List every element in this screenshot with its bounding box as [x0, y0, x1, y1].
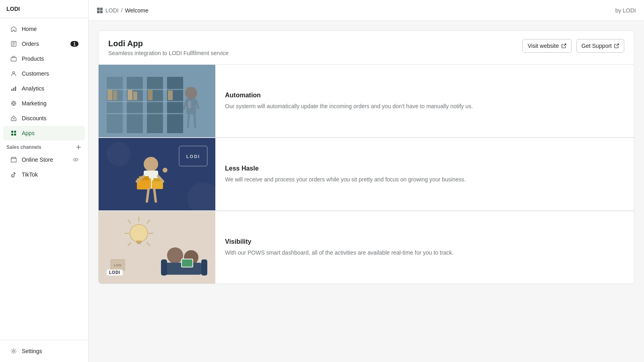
svg-rect-34 [127, 77, 143, 133]
sidebar-item-marketing[interactable]: Marketing [3, 96, 85, 111]
sidebar-item-home[interactable]: Home [3, 22, 85, 36]
svg-rect-36 [167, 77, 183, 133]
feature-desc-less-hasle: We will receive and process your orders … [225, 175, 466, 184]
feature-image-automation: LODI [99, 65, 215, 137]
orders-badge: 1 [70, 41, 78, 47]
svg-rect-6 [11, 89, 12, 91]
orders-icon [10, 40, 18, 48]
sidebar-item-apps[interactable]: Apps [3, 126, 85, 140]
get-support-button[interactable]: Get Support [576, 39, 625, 53]
sidebar: LODI Home Orders 1 [0, 0, 89, 362]
breadcrumb-icon [97, 7, 103, 14]
app-actions: Visit website Get Support [522, 39, 624, 53]
home-icon [10, 25, 18, 33]
svg-rect-40 [107, 90, 112, 100]
apps-icon [10, 129, 18, 137]
sidebar-item-analytics[interactable]: Analytics [3, 81, 85, 96]
svg-point-70 [130, 224, 148, 242]
svg-rect-18 [11, 131, 13, 133]
svg-rect-41 [113, 91, 117, 100]
svg-rect-7 [13, 88, 14, 91]
svg-rect-20 [11, 134, 13, 136]
svg-rect-28 [97, 8, 100, 10]
app-info: Lodi App Seamless integration to LODI Fu… [108, 39, 229, 56]
topbar-by-label: by LODI [615, 7, 636, 14]
app-title: Lodi App [108, 39, 229, 48]
sidebar-footer: Settings [0, 340, 88, 362]
svg-rect-43 [133, 92, 137, 100]
main-content: LODI / Welcome by LODI Lodi App Seamless… [89, 0, 644, 362]
sales-channels-section: Sales channels [0, 141, 88, 152]
products-icon [10, 55, 18, 63]
svg-rect-45 [168, 90, 173, 100]
svg-point-56 [144, 157, 158, 171]
discounts-icon [10, 114, 18, 122]
sidebar-item-online-store[interactable]: Online Store [3, 152, 85, 167]
delivery-illustration: LODI [99, 138, 215, 210]
svg-point-27 [13, 350, 15, 352]
svg-rect-35 [147, 77, 163, 133]
feature-desc-visibility: With our POWS smart dashboard, all of th… [225, 249, 454, 257]
feature-image-less-hasle: LODI LODI [99, 138, 215, 210]
svg-line-64 [147, 189, 149, 202]
svg-rect-21 [14, 134, 16, 136]
sidebar-item-customers[interactable]: Customers [3, 66, 85, 81]
sidebar-item-tiktok[interactable]: TikTok [3, 167, 85, 182]
svg-point-67 [107, 142, 131, 166]
feature-title-automation: Automation [225, 92, 473, 99]
feature-title-visibility: Visibility [225, 238, 454, 245]
svg-rect-37 [107, 89, 183, 90]
svg-line-52 [194, 114, 195, 127]
breadcrumb-current: Welcome [125, 7, 149, 14]
svg-rect-88 [182, 259, 192, 267]
svg-rect-86 [201, 259, 207, 276]
svg-point-26 [75, 159, 76, 160]
svg-line-51 [188, 114, 189, 127]
svg-rect-30 [97, 10, 100, 13]
warehouse-illustration [99, 65, 215, 137]
content-area: Lodi App Seamless integration to LODI Fu… [89, 21, 644, 362]
feature-desc-automation: Our systerm will automatically update th… [225, 102, 473, 111]
svg-text:LODI: LODI [186, 154, 200, 159]
sidebar-item-products[interactable]: Products [3, 51, 85, 66]
sidebar-store-name: LODI [0, 0, 88, 18]
visit-website-button[interactable]: Visit website [522, 39, 572, 53]
svg-rect-4 [11, 58, 17, 61]
breadcrumb-store: LODI [105, 7, 119, 14]
svg-rect-8 [15, 86, 16, 91]
svg-point-82 [167, 247, 183, 263]
svg-point-5 [13, 72, 15, 74]
svg-rect-42 [128, 90, 132, 100]
svg-rect-33 [107, 77, 123, 133]
svg-point-16 [14, 119, 15, 119]
external-link-icon [561, 43, 566, 48]
svg-rect-24 [11, 158, 17, 162]
svg-rect-31 [100, 10, 103, 13]
sidebar-item-settings[interactable]: Settings [3, 344, 85, 358]
svg-rect-39 [107, 113, 183, 114]
tiktok-icon [10, 171, 18, 179]
svg-point-46 [185, 87, 197, 99]
topbar: LODI / Welcome by LODI [89, 0, 644, 21]
svg-rect-38 [107, 101, 183, 102]
svg-rect-85 [161, 259, 167, 276]
svg-rect-71 [136, 241, 142, 243]
feature-content-less-hasle: Less Hasle We will receive and process y… [215, 138, 475, 210]
customers-icon [10, 70, 18, 78]
svg-point-10 [13, 103, 15, 105]
sidebar-item-orders[interactable]: Orders 1 [3, 37, 85, 51]
settings-icon [10, 347, 18, 355]
svg-rect-44 [148, 90, 153, 100]
feature-content-visibility: Visibility With our POWS smart dashboard… [215, 211, 463, 284]
add-sales-channel-icon[interactable] [75, 144, 82, 150]
sidebar-item-discounts[interactable]: Discounts [3, 111, 85, 125]
feature-card-less-hasle: LODI LODI [98, 138, 634, 211]
svg-point-66 [163, 168, 167, 173]
online-store-visibility-icon[interactable] [73, 157, 78, 162]
svg-point-15 [12, 117, 13, 118]
feature-title-less-hasle: Less Hasle [225, 165, 466, 172]
breadcrumb-separator: / [121, 7, 123, 14]
app-header: Lodi App Seamless integration to LODI Fu… [98, 31, 634, 65]
marketing-icon [10, 99, 18, 107]
svg-rect-48 [188, 101, 191, 108]
